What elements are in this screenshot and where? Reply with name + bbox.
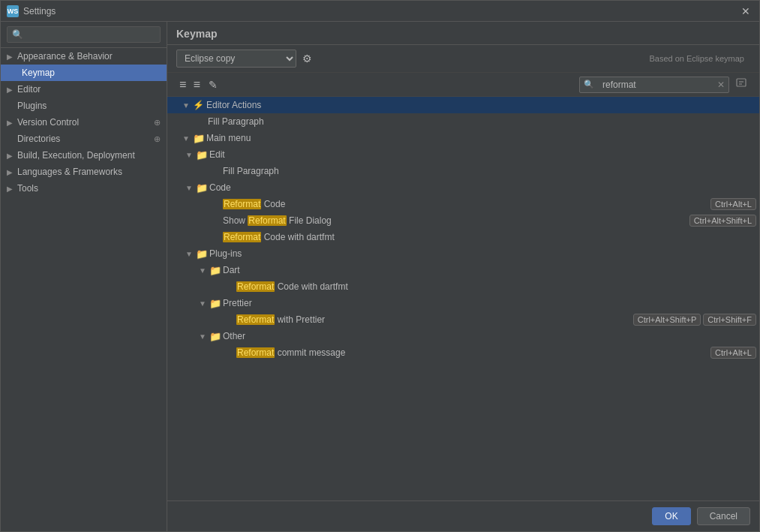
app-icon: WS xyxy=(7,5,19,17)
collapse-arrow[interactable]: ▼ xyxy=(182,101,193,110)
collapse-arrow[interactable]: ▼ xyxy=(199,332,209,341)
arrow-icon: ▶ xyxy=(7,53,14,61)
tree-item-reformat-dartfmt-1[interactable]: Reformat Code with dartfmt xyxy=(167,229,759,245)
svg-rect-0 xyxy=(737,79,746,86)
collapse-arrow[interactable]: ▼ xyxy=(185,250,196,258)
cancel-button[interactable]: Cancel xyxy=(697,507,750,525)
sidebar-item-editor[interactable]: ▶ Editor xyxy=(1,81,167,98)
shortcut-badge: Ctrl+Alt+Shift+L xyxy=(689,215,756,227)
collapse-arrow[interactable]: ▼ xyxy=(182,134,193,143)
sidebar-item-directories[interactable]: ▶ Directories ⊕ xyxy=(1,131,167,147)
tree-item-reformat-prettier[interactable]: Reformat with Prettier Ctrl+Alt+Shift+P … xyxy=(167,311,759,328)
tree-item-reformat-code[interactable]: Reformat Code Ctrl+Alt+L xyxy=(167,196,759,212)
tree-group-prettier[interactable]: ▼ 📁 Prettier xyxy=(167,295,759,311)
sidebar-item-label: Tools xyxy=(17,183,38,194)
shortcut-badges: Ctrl+Alt+Shift+L xyxy=(689,215,756,227)
profile-toolbar-row: Eclipse copy Default Mac OS X Eclipse ⚙ … xyxy=(167,45,759,73)
sidebar-search-input[interactable] xyxy=(7,26,161,43)
arrow-icon: ▶ xyxy=(7,185,14,193)
sidebar-item-label: Editor xyxy=(17,84,41,95)
arrow-icon: ▶ xyxy=(7,152,14,160)
folder-icon: 📁 xyxy=(209,298,223,309)
arrow-icon: ▶ xyxy=(7,86,14,94)
item-label: Reformat Code with dartfmt xyxy=(223,232,756,242)
tree-item-reformat-dartfmt-2[interactable]: Reformat Code with dartfmt xyxy=(167,278,759,295)
arrow-icon: ▶ xyxy=(7,119,14,127)
tree-group-code[interactable]: ▼ 📁 Code xyxy=(167,179,759,196)
tree-item-fill-paragraph-1[interactable]: Fill Paragraph xyxy=(167,113,759,130)
settings-window: WS Settings ✕ ▶ Appearance & Behavior Ke… xyxy=(0,0,760,532)
collapse-arrow[interactable]: ▼ xyxy=(199,299,209,308)
tree-group-edit[interactable]: ▼ 📁 Edit xyxy=(167,146,759,163)
action-list: ▼ ⚡ Editor Actions Fill Paragraph ▼ 📁 Ma… xyxy=(167,97,759,500)
sidebar-search-box[interactable] xyxy=(1,22,167,48)
highlight-reformat: Reformat xyxy=(223,232,261,242)
sidebar-item-version-control[interactable]: ▶ Version Control ⊕ xyxy=(1,114,167,131)
find-shortcut-button[interactable] xyxy=(732,76,750,93)
sidebar-item-build[interactable]: ▶ Build, Execution, Deployment xyxy=(1,147,167,164)
profile-settings-button[interactable]: ⚙ xyxy=(299,51,315,66)
sidebar-item-label: Version Control xyxy=(17,117,79,128)
item-label: Fill Paragraph xyxy=(223,166,756,176)
tree-group-main-menu[interactable]: ▼ 📁 Main menu xyxy=(167,130,759,146)
group-label: Code xyxy=(209,182,756,193)
sidebar-item-label: Keymap xyxy=(22,68,55,78)
shortcut-badge: Ctrl+Shift+F xyxy=(703,314,756,326)
collapse-arrow[interactable]: ▼ xyxy=(199,266,209,275)
folder-icon: 📁 xyxy=(209,331,223,342)
collapse-all-button[interactable]: ≡ xyxy=(176,77,189,93)
tree-group-other[interactable]: ▼ 📁 Other xyxy=(167,328,759,344)
tree-item-reformat-commit[interactable]: Reformat commit message Ctrl+Alt+L xyxy=(167,344,759,361)
sidebar-item-appearance-behavior[interactable]: ▶ Appearance & Behavior xyxy=(1,48,167,65)
folder-icon: 📁 xyxy=(196,149,209,161)
highlight-reformat: Reformat xyxy=(223,199,261,209)
item-label: Reformat with Prettier xyxy=(236,314,633,325)
content-area: Keymap Eclipse copy Default Mac OS X Ecl… xyxy=(167,22,759,531)
collapse-arrow[interactable]: ▼ xyxy=(185,151,196,159)
close-button[interactable]: ✕ xyxy=(738,5,753,18)
sidebar-item-languages[interactable]: ▶ Languages & Frameworks xyxy=(1,164,167,180)
ok-button[interactable]: OK xyxy=(652,507,690,525)
sidebar-item-tools[interactable]: ▶ Tools xyxy=(1,180,167,197)
sidebar-item-label: Languages & Frameworks xyxy=(17,167,122,177)
actions-toolbar-row: ≡ ≡ ✎ 🔍 ✕ xyxy=(167,73,759,97)
folder-icon: 📁 xyxy=(193,133,206,144)
shortcut-badges: Ctrl+Alt+L xyxy=(710,198,756,210)
vcs-icon: ⊕ xyxy=(154,118,161,128)
tree-item-show-reformat-dialog[interactable]: Show Reformat File Dialog Ctrl+Alt+Shift… xyxy=(167,212,759,229)
shortcut-badges: Ctrl+Alt+Shift+P Ctrl+Shift+F xyxy=(633,314,756,326)
tree-group-editor-actions[interactable]: ▼ ⚡ Editor Actions xyxy=(167,97,759,113)
content-header: Keymap xyxy=(167,22,759,45)
item-label: Reformat Code with dartfmt xyxy=(236,281,756,292)
collapse-arrow[interactable]: ▼ xyxy=(185,184,196,192)
keymap-search-input[interactable] xyxy=(579,77,729,93)
highlight-reformat: Reformat xyxy=(248,215,286,226)
profile-select-area: Eclipse copy Default Mac OS X Eclipse ⚙ xyxy=(176,50,315,68)
tree-group-plugins[interactable]: ▼ 📁 Plug-ins xyxy=(167,245,759,262)
title-bar: WS Settings ✕ xyxy=(1,1,759,22)
window-title: Settings xyxy=(23,6,56,17)
sidebar: ▶ Appearance & Behavior Keymap ▶ Editor … xyxy=(1,22,167,531)
sidebar-item-plugins[interactable]: ▶ Plugins xyxy=(1,98,167,114)
dir-icon: ⊕ xyxy=(154,134,161,144)
group-label: Prettier xyxy=(223,298,756,308)
shortcut-badge: Ctrl+Alt+Shift+P xyxy=(633,314,701,326)
item-label: Reformat commit message xyxy=(236,347,710,358)
search-clear-button[interactable]: ✕ xyxy=(717,80,725,90)
item-label: Fill Paragraph xyxy=(208,116,756,127)
arrow-icon: ▶ xyxy=(7,168,14,176)
search-input-wrap: 🔍 ✕ xyxy=(579,77,729,93)
sidebar-item-label: Appearance & Behavior xyxy=(17,51,113,62)
main-layout: ▶ Appearance & Behavior Keymap ▶ Editor … xyxy=(1,22,759,531)
profile-dropdown[interactable]: Eclipse copy Default Mac OS X Eclipse xyxy=(176,50,296,68)
tree-item-fill-paragraph-2[interactable]: Fill Paragraph xyxy=(167,163,759,179)
expand-all-button[interactable]: ≡ xyxy=(191,77,203,93)
sidebar-item-label: Build, Execution, Deployment xyxy=(17,150,135,161)
edit-action-button[interactable]: ✎ xyxy=(206,77,221,93)
sidebar-item-label: Plugins xyxy=(17,101,47,111)
sidebar-item-keymap[interactable]: Keymap xyxy=(1,65,167,81)
folder-icon: 📁 xyxy=(196,248,209,260)
title-bar-left: WS Settings xyxy=(7,5,56,17)
group-label: Other xyxy=(223,331,756,341)
tree-group-dart[interactable]: ▼ 📁 Dart xyxy=(167,262,759,278)
